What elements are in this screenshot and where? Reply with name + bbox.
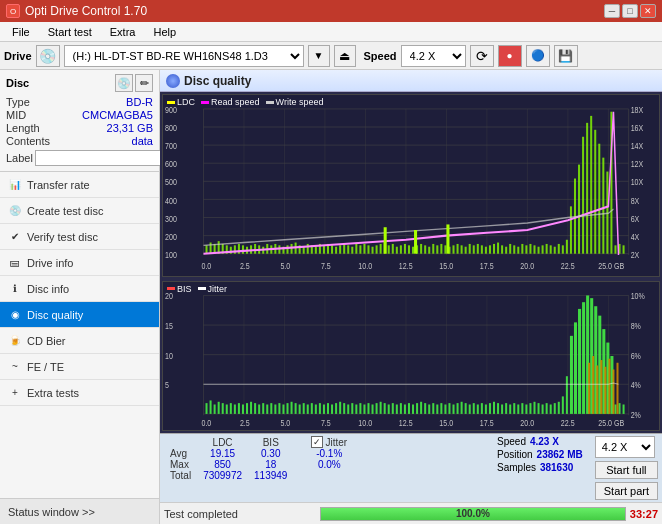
fe-te-icon: ~	[8, 360, 22, 374]
content-area: Disc quality LDC Read speed Wr	[160, 70, 662, 524]
menu-extra[interactable]: Extra	[102, 24, 144, 40]
disc-edit-btn[interactable]: ✏	[135, 74, 153, 92]
sidebar-item-extra-tests[interactable]: + Extra tests	[0, 380, 159, 406]
svg-rect-268	[497, 403, 499, 414]
svg-rect-145	[586, 123, 588, 254]
progress-text: 100.0%	[321, 508, 625, 520]
drive-refresh-button[interactable]: ▼	[308, 45, 330, 67]
svg-text:6%: 6%	[631, 350, 642, 361]
sidebar-item-create-test-disc[interactable]: 💿 Create test disc	[0, 198, 159, 224]
svg-rect-214	[278, 403, 280, 414]
svg-rect-284	[562, 396, 564, 413]
label-input[interactable]	[35, 150, 168, 166]
drive-action-2[interactable]: 🔵	[526, 45, 550, 67]
disc-contents-key: Contents	[6, 135, 50, 147]
svg-rect-230	[343, 403, 345, 414]
chart1-svg: 900 800 700 600 500 400 300 200 100 18X …	[163, 95, 659, 276]
svg-rect-120	[485, 247, 487, 254]
svg-text:6X: 6X	[631, 213, 640, 224]
svg-rect-298	[619, 403, 621, 414]
svg-rect-302	[596, 365, 598, 413]
legend-jitter-dot	[198, 287, 206, 290]
svg-rect-271	[509, 404, 511, 413]
close-button[interactable]: ✕	[640, 4, 656, 18]
save-button[interactable]: 💾	[554, 45, 578, 67]
drive-select[interactable]: (H:) HL-DT-ST BD-RE WH16NS48 1.D3	[64, 45, 304, 67]
drive-action-1[interactable]: ●	[498, 45, 522, 67]
minimize-button[interactable]: ─	[604, 4, 620, 18]
drive-eject-icon: 💿	[36, 45, 60, 67]
status-window-button[interactable]: Status window >>	[0, 498, 159, 524]
svg-rect-240	[384, 403, 386, 414]
legend-write-speed: Write speed	[266, 97, 324, 107]
sidebar-item-disc-quality[interactable]: ◉ Disc quality	[0, 302, 159, 328]
extra-tests-icon: +	[8, 386, 22, 400]
disc-mid-val: CMCMAGBA5	[82, 109, 153, 121]
svg-rect-272	[513, 403, 515, 414]
start-full-button[interactable]: Start full	[595, 461, 658, 479]
svg-rect-205	[242, 404, 244, 413]
svg-rect-199	[218, 402, 220, 414]
speed-dropdown[interactable]: 4.2 X 2.0 X 6.0 X	[595, 436, 655, 458]
svg-rect-259	[461, 402, 463, 414]
svg-text:0.0: 0.0	[201, 260, 211, 271]
svg-rect-229	[339, 402, 341, 414]
svg-rect-147	[594, 130, 596, 254]
legend-jitter: Jitter	[198, 284, 228, 294]
svg-rect-122	[493, 244, 495, 254]
svg-rect-149	[602, 158, 604, 254]
action-buttons-section: 4.2 X 2.0 X 6.0 X Start full Start part	[595, 436, 658, 500]
maximize-button[interactable]: □	[622, 4, 638, 18]
sidebar-item-label: Disc quality	[27, 309, 83, 321]
svg-rect-267	[493, 402, 495, 414]
svg-rect-281	[550, 404, 552, 413]
svg-text:2X: 2X	[631, 249, 640, 260]
start-part-button[interactable]: Start part	[595, 482, 658, 500]
svg-text:400: 400	[165, 194, 177, 205]
disc-icon-btn[interactable]: 💿	[115, 74, 133, 92]
svg-rect-253	[436, 404, 438, 413]
sidebar-item-disc-info[interactable]: ℹ Disc info	[0, 276, 159, 302]
svg-rect-152	[614, 245, 616, 253]
svg-rect-258	[457, 403, 459, 414]
svg-rect-213	[274, 404, 276, 413]
svg-rect-217	[291, 402, 293, 414]
disc-mid-key: MID	[6, 109, 26, 121]
svg-rect-124	[501, 245, 503, 253]
sidebar-item-verify-test-disc[interactable]: ✔ Verify test disc	[0, 224, 159, 250]
sidebar-item-drive-info[interactable]: 🖴 Drive info	[0, 250, 159, 276]
svg-rect-279	[542, 404, 544, 413]
sidebar-item-transfer-rate[interactable]: 📊 Transfer rate	[0, 172, 159, 198]
svg-rect-249	[420, 402, 422, 414]
svg-rect-88	[355, 244, 357, 254]
disc-label-key: Label	[6, 152, 33, 164]
sidebar-item-cd-bier[interactable]: 🍺 CD Bier	[0, 328, 159, 354]
svg-rect-72	[291, 244, 293, 254]
svg-rect-273	[517, 404, 519, 413]
legend-read-speed: Read speed	[201, 97, 260, 107]
svg-text:2%: 2%	[631, 409, 642, 420]
menu-help[interactable]: Help	[145, 24, 184, 40]
svg-rect-102	[412, 247, 414, 254]
disc-length-val: 23,31 GB	[107, 122, 153, 134]
drive-eject-button[interactable]: ⏏	[334, 45, 356, 67]
menu-file[interactable]: File	[4, 24, 38, 40]
svg-rect-250	[424, 403, 426, 414]
svg-rect-260	[465, 403, 467, 414]
col-jitter-header: ✓ Jitter	[305, 436, 353, 448]
charts-area: LDC Read speed Write speed	[160, 92, 662, 433]
svg-rect-200	[222, 403, 224, 414]
svg-text:2.5: 2.5	[240, 260, 250, 271]
menu-start-test[interactable]: Start test	[40, 24, 100, 40]
svg-rect-280	[546, 403, 548, 414]
disc-quality-header-icon	[166, 74, 180, 88]
app-icon: O	[6, 4, 20, 18]
svg-rect-301	[592, 356, 594, 414]
sidebar-item-fe-te[interactable]: ~ FE / TE	[0, 354, 159, 380]
speed-icon-1[interactable]: ⟳	[470, 45, 494, 67]
speed-select[interactable]: 4.2 X 2.0 X 4.0 X 6.0 X	[401, 45, 466, 67]
svg-rect-76	[307, 244, 309, 254]
create-test-disc-icon: 💿	[8, 204, 22, 218]
jitter-checkbox[interactable]: ✓	[311, 436, 323, 448]
svg-rect-256	[448, 403, 450, 414]
